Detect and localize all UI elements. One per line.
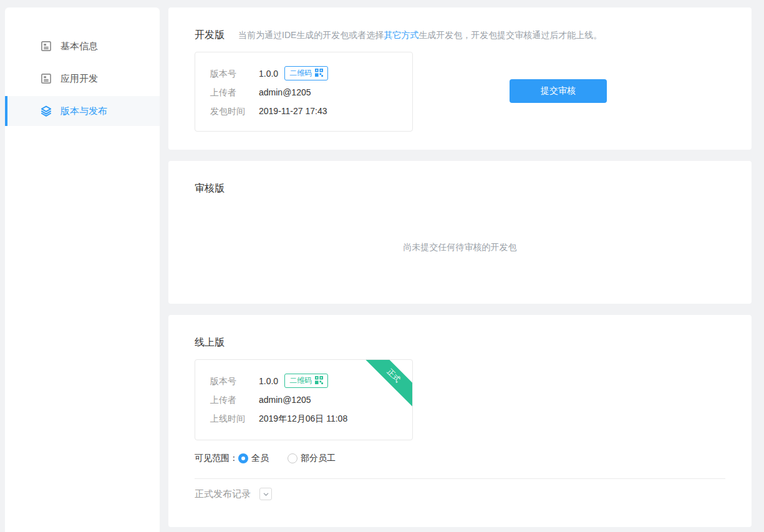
radio-option-label: 部分员工 [301, 453, 336, 464]
review-panel-title: 审核版 [195, 182, 225, 195]
submit-review-button[interactable]: 提交审核 [510, 79, 607, 103]
online-version-panel: 线上版 正式 版本号 1.0.0 二维码 [168, 315, 752, 527]
package-time-value: 2019-11-27 17:43 [259, 104, 327, 118]
version-number: 1.0.0 [259, 67, 278, 80]
radio-selected-icon[interactable] [238, 453, 248, 463]
uploader-row: 上传者 admin@1205 [210, 393, 412, 407]
desc-text-before: 当前为通过IDE生成的开发包或者选择 [238, 30, 384, 40]
layers-icon [40, 105, 52, 117]
sidebar-item-basic-info[interactable]: 基本信息 [5, 31, 160, 61]
sidebar-item-app-dev[interactable]: 应用开发 [5, 64, 160, 94]
sidebar-item-label: 基本信息 [60, 41, 98, 52]
dev-version-panel: 开发版 当前为通过IDE生成的开发包或者选择其它方式生成开发包，开发包提交审核通… [168, 7, 752, 150]
qrcode-button-label: 二维码 [289, 68, 312, 79]
expand-record-button[interactable] [259, 488, 272, 500]
version-value: 1.0.0 二维码 [259, 66, 328, 80]
radio-option-partial-staff[interactable]: 部分员工 [288, 453, 336, 464]
qrcode-icon [315, 376, 323, 386]
document-icon [40, 40, 52, 52]
version-release-page: { "colors": { "accent_blue": "#2f9cf8", … [0, 0, 764, 532]
package-time-row: 发包时间 2019-11-27 17:43 [210, 104, 412, 118]
qrcode-button[interactable]: 二维码 [284, 66, 328, 80]
radio-option-all-staff[interactable]: 全员 [238, 453, 269, 464]
radio-option-label: 全员 [251, 453, 269, 464]
document-icon [40, 72, 52, 85]
radio-unselected-icon[interactable] [288, 453, 297, 463]
sidebar: 基本信息 应用开发 版本与发布 [5, 7, 160, 532]
version-number: 1.0.0 [259, 374, 278, 388]
sidebar-item-label: 应用开发 [60, 73, 98, 85]
uploader-value: admin@1205 [259, 85, 311, 99]
version-label: 版本号 [210, 67, 259, 80]
qrcode-button[interactable]: 二维码 [284, 374, 328, 388]
qrcode-icon [315, 69, 323, 79]
visibility-scope-group: 可见范围： 全员 部分员工 [195, 453, 752, 464]
sidebar-item-label: 版本与发布 [60, 105, 107, 117]
sidebar-item-version-release[interactable]: 版本与发布 [5, 96, 160, 126]
uploader-value: admin@1205 [259, 393, 311, 407]
release-record-label: 正式发布记录 [195, 488, 251, 500]
uploader-label: 上传者 [210, 85, 259, 99]
qrcode-button-label: 二维码 [289, 375, 312, 386]
review-version-panel: 审核版 尚未提交任何待审核的开发包 [168, 161, 752, 304]
dev-version-card: 版本号 1.0.0 二维码 [195, 52, 413, 132]
desc-text-after: 生成开发包，开发包提交审核通过后才能上线。 [418, 30, 602, 40]
other-method-link[interactable]: 其它方式 [384, 30, 418, 40]
version-value: 1.0.0 二维码 [259, 374, 328, 388]
review-panel-header: 审核版 [168, 161, 752, 195]
chevron-down-icon [263, 489, 269, 500]
version-label: 版本号 [210, 374, 259, 388]
section-divider [195, 478, 725, 479]
online-panel-title: 线上版 [195, 336, 225, 349]
dev-panel-title: 开发版 [195, 29, 225, 42]
visibility-scope-label: 可见范围： [195, 453, 238, 464]
online-version-card: 正式 版本号 1.0.0 二维码 [195, 359, 413, 440]
uploader-row: 上传者 admin@1205 [210, 85, 412, 99]
package-time-label: 发包时间 [210, 104, 259, 118]
dev-panel-description: 当前为通过IDE生成的开发包或者选择其它方式生成开发包，开发包提交审核通过后才能… [238, 30, 602, 41]
review-empty-text: 尚未提交任何待审核的开发包 [168, 242, 752, 253]
release-record-row: 正式发布记录 [195, 488, 752, 500]
online-panel-header: 线上版 [168, 315, 752, 349]
version-row: 版本号 1.0.0 二维码 [210, 66, 412, 80]
dev-panel-header: 开发版 当前为通过IDE生成的开发包或者选择其它方式生成开发包，开发包提交审核通… [168, 7, 752, 42]
online-time-label: 上线时间 [210, 412, 259, 425]
uploader-label: 上传者 [210, 393, 259, 407]
online-time-value: 2019年12月06日 11:08 [259, 412, 347, 425]
online-time-row: 上线时间 2019年12月06日 11:08 [210, 412, 412, 425]
